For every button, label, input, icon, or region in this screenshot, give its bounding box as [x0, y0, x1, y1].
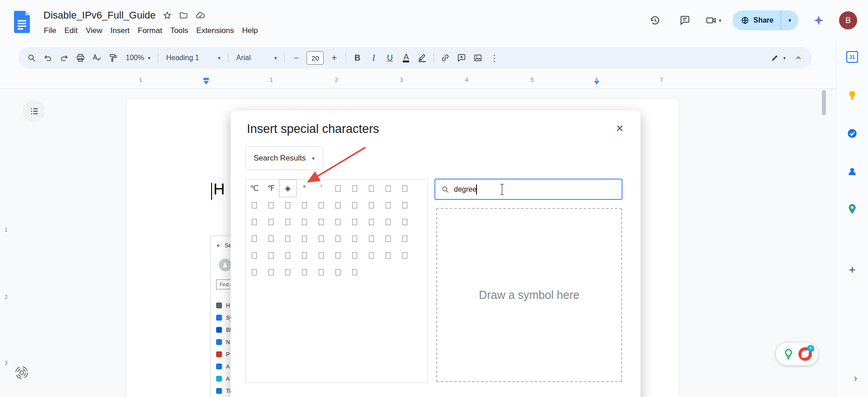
special-character-cell[interactable]: ℉	[263, 180, 279, 197]
special-character-cell[interactable]	[263, 264, 279, 280]
special-character-cell[interactable]	[279, 197, 296, 213]
draw-symbol-area[interactable]: Draw a symbol here	[436, 208, 622, 382]
category-select[interactable]: Search Results ▾	[245, 147, 323, 170]
special-character-cell[interactable]	[330, 213, 346, 230]
extension-badge-icon[interactable]: +	[798, 347, 812, 361]
share-dropdown-icon[interactable]: ▾	[781, 17, 798, 24]
decrease-font-size-button[interactable]: −	[288, 50, 304, 66]
special-character-cell[interactable]	[246, 197, 263, 213]
special-character-cell[interactable]	[380, 213, 396, 230]
special-character-cell[interactable]	[380, 197, 396, 213]
keep-icon[interactable]	[843, 86, 861, 104]
special-character-cell[interactable]	[363, 230, 380, 247]
ruler-vertical[interactable]: 123	[3, 89, 12, 397]
menu-format[interactable]: Format	[134, 24, 166, 37]
special-character-cell[interactable]	[263, 213, 279, 230]
special-character-cell[interactable]	[330, 180, 346, 197]
highlight-color-button[interactable]	[414, 50, 430, 66]
paint-format-button[interactable]	[105, 50, 121, 66]
special-character-cell[interactable]	[263, 197, 279, 213]
special-character-cell[interactable]	[380, 180, 396, 197]
special-character-cell[interactable]: ◈	[279, 180, 296, 197]
undo-button[interactable]	[40, 50, 56, 66]
comments-icon[interactable]	[675, 11, 694, 30]
gemini-icon[interactable]	[809, 11, 828, 30]
special-character-cell[interactable]	[396, 230, 413, 247]
doc-title[interactable]: Disable_IPv6_Full_Guide	[43, 9, 156, 21]
special-character-cell[interactable]	[396, 180, 413, 197]
spellcheck-button[interactable]	[89, 50, 105, 66]
special-character-cell[interactable]	[363, 180, 380, 197]
left-indent-marker[interactable]	[203, 81, 209, 87]
special-character-cell[interactable]: ʼ	[313, 180, 330, 197]
special-character-cell[interactable]	[380, 230, 396, 247]
font-select[interactable]: Arial▾	[231, 54, 281, 62]
cloud-status-icon[interactable]	[195, 10, 205, 20]
special-character-cell[interactable]	[346, 247, 363, 264]
special-character-cell[interactable]	[313, 197, 330, 213]
symbol-search-input[interactable]	[454, 185, 616, 194]
accessibility-icon[interactable]	[12, 363, 32, 383]
first-line-indent-marker[interactable]	[203, 78, 209, 80]
editing-mode-button[interactable]: ▾	[766, 53, 790, 62]
bold-button[interactable]: B	[349, 50, 365, 66]
menu-tools[interactable]: Tools	[166, 24, 193, 37]
extension-lightbulb-icon[interactable]	[782, 348, 795, 360]
chevron-down-icon[interactable]: ▾	[719, 18, 722, 24]
menu-insert[interactable]: Insert	[106, 24, 134, 37]
contacts-icon[interactable]	[843, 162, 861, 180]
calendar-icon[interactable]: 31	[843, 48, 861, 66]
special-character-cell[interactable]	[346, 180, 363, 197]
special-character-cell[interactable]	[279, 213, 296, 230]
tasks-icon[interactable]	[843, 124, 861, 142]
special-character-cell[interactable]	[363, 247, 380, 264]
menu-file[interactable]: File	[40, 24, 60, 37]
share-button[interactable]: Share ▾	[732, 10, 799, 30]
menu-help[interactable]: Help	[238, 24, 262, 37]
special-character-cell[interactable]	[296, 230, 313, 247]
special-character-cell[interactable]	[330, 264, 346, 280]
special-character-cell[interactable]	[296, 264, 313, 280]
special-character-cell[interactable]	[330, 247, 346, 264]
special-character-cell[interactable]	[363, 213, 380, 230]
special-character-cell[interactable]	[396, 197, 413, 213]
hide-side-panel-icon[interactable]: ›	[854, 373, 857, 384]
star-icon[interactable]	[163, 11, 172, 20]
special-character-cell[interactable]	[313, 213, 330, 230]
move-folder-icon[interactable]	[179, 11, 188, 20]
special-character-cell[interactable]	[396, 247, 413, 264]
font-size-input[interactable]: 20	[307, 51, 324, 65]
menu-edit[interactable]: Edit	[60, 24, 81, 37]
ruler-horizontal[interactable]: 11234567	[0, 75, 836, 88]
special-character-cell[interactable]	[246, 230, 263, 247]
special-character-cell[interactable]	[346, 197, 363, 213]
more-options-button[interactable]: ⋮	[486, 50, 502, 66]
insert-link-button[interactable]	[437, 50, 453, 66]
search-menus-icon[interactable]	[24, 50, 40, 66]
special-character-cell[interactable]	[380, 247, 396, 264]
special-character-cell[interactable]	[279, 230, 296, 247]
redo-button[interactable]	[56, 50, 72, 66]
special-character-cell[interactable]	[279, 247, 296, 264]
special-character-cell[interactable]	[263, 230, 279, 247]
special-character-cell[interactable]: ℃	[246, 180, 263, 197]
maps-icon[interactable]	[843, 200, 861, 218]
special-character-cell[interactable]	[296, 197, 313, 213]
share-main[interactable]: Share	[732, 10, 781, 30]
docs-logo-icon[interactable]	[14, 10, 32, 33]
special-character-cell[interactable]	[313, 230, 330, 247]
special-character-cell[interactable]	[246, 247, 263, 264]
text-color-button[interactable]: A	[398, 50, 414, 66]
add-comment-button[interactable]	[453, 50, 470, 66]
get-addons-icon[interactable]: +	[843, 260, 861, 279]
special-character-cell[interactable]	[296, 213, 313, 230]
special-character-cell[interactable]	[346, 230, 363, 247]
zoom-select[interactable]: 100%▾	[121, 54, 155, 62]
close-icon[interactable]: ×	[612, 120, 628, 137]
special-character-cell[interactable]	[263, 247, 279, 264]
insert-image-button[interactable]	[470, 50, 486, 66]
hide-menus-button[interactable]	[790, 50, 807, 66]
special-character-cell[interactable]	[246, 213, 263, 230]
vertical-scrollbar[interactable]	[822, 90, 826, 115]
special-character-cell[interactable]	[313, 247, 330, 264]
